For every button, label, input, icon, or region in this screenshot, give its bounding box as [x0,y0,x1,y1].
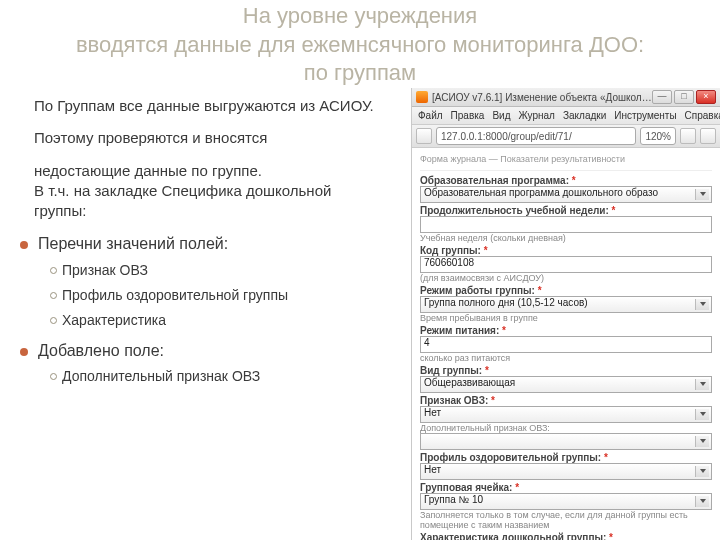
minimize-button[interactable]: — [652,90,672,104]
back-icon[interactable] [416,128,432,144]
address-bar[interactable]: 127.0.0.1:8000/group/edit/71/ [436,127,636,145]
window-titlebar: [АСИОУ v7.6.1] Изменение объекта «Дошкол… [412,88,720,107]
input-meal-mode[interactable]: 4 [420,336,712,353]
sub-ovz: Признак ОВЗ [62,261,404,280]
sub-additional-ovz: Дополнительный признак ОВЗ [62,367,404,386]
window-title: [АСИОУ v7.6.1] Изменение объекта «Дошкол… [432,92,652,103]
title-line-3: по группам [0,59,720,88]
content-body: По Группам все данные выгружаются из АСИ… [34,96,404,396]
select-health-profile[interactable]: Нет [420,463,712,480]
sub-health-profile: Профиль оздоровительной группы [62,286,404,305]
select-group-cell[interactable]: Группа № 10 [420,493,712,510]
hint-group-cell: Заполняется только в том случае, если дл… [420,510,712,530]
zoom-indicator[interactable]: 120% [640,127,676,145]
menu-view[interactable]: Вид [492,110,510,121]
close-button[interactable]: × [696,90,716,104]
form-panel: Форма журнала — Показатели результативно… [412,148,720,540]
label-group-code: Код группы: * [420,245,488,256]
firefox-icon [416,91,428,103]
hint-ovz: Дополнительный признак ОВЗ: [420,423,712,433]
select-group-type[interactable]: Общеразвивающая [420,376,712,393]
paragraph-1: По Группам все данные выгружаются из АСИ… [34,96,404,116]
title-line-1: На уровне учреждения [0,2,720,31]
menu-file[interactable]: Файл [418,110,443,121]
hint-group-code: (для взаимосвязи с АИСДОУ) [420,273,712,283]
maximize-button[interactable]: □ [674,90,694,104]
input-week-duration[interactable] [420,216,712,233]
menu-bookmarks[interactable]: Закладки [563,110,606,121]
label-group-type: Вид группы: * [420,365,489,376]
label-characteristic: Характеристика дошкольной группы: * [420,532,613,540]
select-work-mode[interactable]: Группа полного дня (10,5-12 часов) [420,296,712,313]
label-work-mode: Режим работы группы: * [420,285,542,296]
select-edu-program[interactable]: Образовательная программа дошкольного об… [420,186,712,203]
menu-history[interactable]: Журнал [518,110,555,121]
hint-work-mode: Время пребывания в группе [420,313,712,323]
label-ovz: Признак ОВЗ: * [420,395,495,406]
sub-characteristic: Характеристика [62,311,404,330]
breadcrumb: Форма журнала — Показатели результативно… [420,152,712,171]
paragraph-3: недостающие данные по группе. В т.ч. на … [34,161,404,222]
select-additional-ovz[interactable] [420,433,712,450]
toolbar: 127.0.0.1:8000/group/edit/71/ 120% [412,125,720,148]
hint-meal-mode: сколько раз питаются [420,353,712,363]
home-icon[interactable] [700,128,716,144]
label-edu-program: Образовательная программа: * [420,175,576,186]
label-meal-mode: Режим питания: * [420,325,506,336]
browser-window: [АСИОУ v7.6.1] Изменение объекта «Дошкол… [411,88,720,540]
hint-week-duration: Учебная неделя (скольки дневная) [420,233,712,243]
slide-title: На уровне учреждения вводятся данные для… [0,0,720,88]
select-ovz[interactable]: Нет [420,406,712,423]
reload-icon[interactable] [680,128,696,144]
label-week-duration: Продолжительность учебной недели: * [420,205,616,216]
label-health-profile: Профиль оздоровительной группы: * [420,452,608,463]
bullet-field-lists: Перечни значений полей: Признак ОВЗ Проф… [34,233,404,329]
bullet-added-field: Добавлено поле: Дополнительный признак О… [34,340,404,386]
paragraph-2: Поэтому проверяются и вносятся [34,128,404,148]
label-group-cell: Групповая ячейка: * [420,482,519,493]
menu-tools[interactable]: Инструменты [614,110,676,121]
input-group-code[interactable]: 760660108 [420,256,712,273]
menu-bar: Файл Правка Вид Журнал Закладки Инструме… [412,107,720,125]
menu-edit[interactable]: Правка [451,110,485,121]
menu-help[interactable]: Справка [685,110,720,121]
title-line-2: вводятся данные для ежемнсячного монитор… [0,31,720,60]
